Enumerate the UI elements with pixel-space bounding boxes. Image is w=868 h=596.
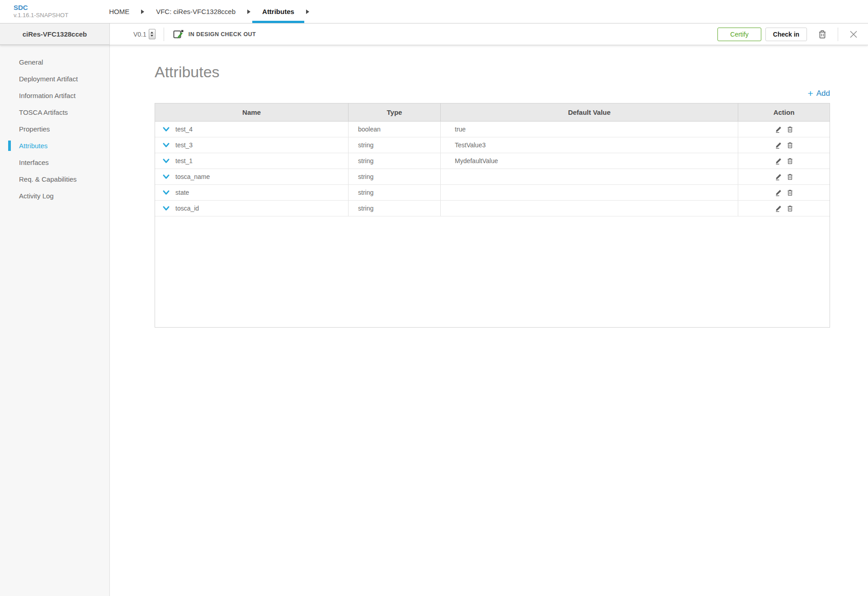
- lifecycle-status: IN DESIGN CHECK OUT: [189, 31, 256, 38]
- sidebar-item-tosca-artifacts[interactable]: TOSCA Artifacts: [0, 104, 109, 121]
- attribute-name-cell: test_1: [155, 153, 349, 169]
- table-actions-row: + Add: [155, 88, 830, 99]
- sidebar: General Deployment Artifact Information …: [0, 45, 110, 596]
- table-row: tosca_name string: [155, 169, 830, 185]
- check-out-icon: [172, 28, 184, 40]
- breadcrumb-attributes-active-tab[interactable]: Attributes: [252, 0, 304, 23]
- chevron-down-icon: [163, 127, 170, 132]
- certify-button[interactable]: Certify: [717, 28, 761, 41]
- chevron-down-icon: [163, 190, 170, 195]
- trash-icon: [787, 189, 793, 196]
- delete-attribute-button[interactable]: [787, 174, 793, 180]
- trash-icon: [787, 158, 793, 164]
- sidebar-item-properties[interactable]: Properties: [0, 121, 109, 137]
- row-actions: [738, 185, 830, 200]
- add-attribute-button[interactable]: + Add: [807, 89, 830, 98]
- column-header-type: Type: [349, 103, 441, 121]
- edit-attribute-button[interactable]: [775, 141, 782, 149]
- attribute-name-cell: test_4: [155, 122, 349, 137]
- edit-attribute-button[interactable]: [775, 126, 782, 133]
- edit-attribute-button[interactable]: [775, 189, 782, 196]
- attribute-type: string: [349, 169, 441, 184]
- sidebar-item-attributes[interactable]: Attributes: [0, 137, 109, 154]
- attribute-name-cell: tosca_id: [155, 201, 349, 216]
- row-actions: [738, 201, 830, 216]
- attribute-name: test_1: [175, 157, 193, 164]
- pencil-icon: [775, 141, 782, 149]
- breadcrumb-home[interactable]: HOME: [99, 0, 139, 23]
- expand-row-button[interactable]: [163, 190, 170, 195]
- chevron-down-icon: [163, 206, 170, 211]
- version-value: V0.1: [133, 31, 146, 38]
- app-title: SDC: [14, 4, 68, 12]
- pencil-icon: [775, 126, 782, 133]
- main-content: Attributes + Add Name Type Default Value…: [110, 45, 868, 596]
- sidebar-item-interfaces[interactable]: Interfaces: [0, 154, 109, 171]
- attribute-type: string: [349, 201, 441, 216]
- edit-attribute-button[interactable]: [775, 173, 782, 180]
- table-row: test_1 string MydefaultValue: [155, 153, 830, 169]
- row-actions: [738, 169, 830, 184]
- edit-attribute-button[interactable]: [775, 157, 782, 164]
- delete-attribute-button[interactable]: [787, 189, 793, 196]
- chevron-down-icon: [163, 143, 170, 148]
- close-button[interactable]: [850, 31, 857, 38]
- expand-row-button[interactable]: [163, 159, 170, 164]
- table-row: state string: [155, 185, 830, 201]
- breadcrumb-arrow-icon: [245, 0, 252, 23]
- attribute-name-cell: tosca_name: [155, 169, 349, 184]
- attribute-default-value: TestValue3: [441, 137, 738, 153]
- pencil-icon: [775, 205, 782, 212]
- attribute-default-value: MydefaultValue: [441, 153, 738, 169]
- attribute-name-cell: state: [155, 185, 349, 200]
- top-nav-bar: SDC v.1.16.1-SNAPSHOT HOME VFC: ciRes-VF…: [0, 0, 868, 23]
- delete-entity-button[interactable]: [818, 29, 827, 39]
- sidebar-item-deployment-artifact[interactable]: Deployment Artifact: [0, 70, 109, 87]
- attribute-name: tosca_id: [175, 205, 199, 212]
- row-actions: [738, 122, 830, 137]
- breadcrumb-vfc[interactable]: VFC: ciRes-VFC1328cceb: [146, 0, 245, 23]
- attribute-name: tosca_name: [175, 173, 210, 180]
- page-body: General Deployment Artifact Information …: [0, 45, 868, 596]
- divider: [838, 28, 838, 41]
- breadcrumb-arrow-icon: [304, 0, 311, 23]
- entity-name: ciRes-VFC1328cceb: [0, 23, 110, 45]
- divider: [164, 28, 164, 41]
- sidebar-item-req-capabilities[interactable]: Req. & Capabilities: [0, 171, 109, 188]
- delete-attribute-button[interactable]: [787, 142, 793, 149]
- sidebar-item-information-artifact[interactable]: Information Artifact: [0, 87, 109, 104]
- delete-attribute-button[interactable]: [787, 205, 793, 212]
- check-in-button[interactable]: Check in: [765, 28, 807, 41]
- table-row: test_3 string TestValue3: [155, 137, 830, 153]
- expand-row-button[interactable]: [163, 143, 170, 148]
- sidebar-item-activity-log[interactable]: Activity Log: [0, 188, 109, 204]
- column-header-action: Action: [738, 103, 830, 121]
- attribute-name: state: [175, 189, 189, 196]
- plus-icon: +: [807, 89, 813, 98]
- expand-row-button[interactable]: [163, 174, 170, 179]
- attribute-name-cell: test_3: [155, 137, 349, 153]
- attribute-default-value: true: [441, 122, 738, 137]
- table-row: test_4 boolean true: [155, 122, 830, 137]
- app-version: v.1.16.1-SNAPSHOT: [14, 12, 68, 19]
- chevron-down-icon: [163, 159, 170, 164]
- sidebar-item-general[interactable]: General: [0, 54, 109, 70]
- close-icon: [850, 31, 857, 38]
- trash-icon: [787, 126, 793, 133]
- expand-row-button[interactable]: [163, 127, 170, 132]
- row-actions: [738, 137, 830, 153]
- attribute-default-value: [441, 201, 738, 216]
- trash-icon: [787, 205, 793, 212]
- delete-attribute-button[interactable]: [787, 158, 793, 164]
- stepper-down-icon: [151, 35, 153, 37]
- pencil-icon: [775, 189, 782, 196]
- sdc-logo: SDC v.1.16.1-SNAPSHOT: [14, 0, 68, 23]
- entity-toolbar: ciRes-VFC1328cceb V0.1 IN DESIGN CHECK O…: [0, 23, 868, 45]
- delete-attribute-button[interactable]: [787, 126, 793, 133]
- attribute-default-value: [441, 185, 738, 200]
- row-actions: [738, 153, 830, 169]
- expand-row-button[interactable]: [163, 206, 170, 211]
- pencil-icon: [775, 173, 782, 180]
- version-selector[interactable]: [149, 29, 156, 39]
- edit-attribute-button[interactable]: [775, 205, 782, 212]
